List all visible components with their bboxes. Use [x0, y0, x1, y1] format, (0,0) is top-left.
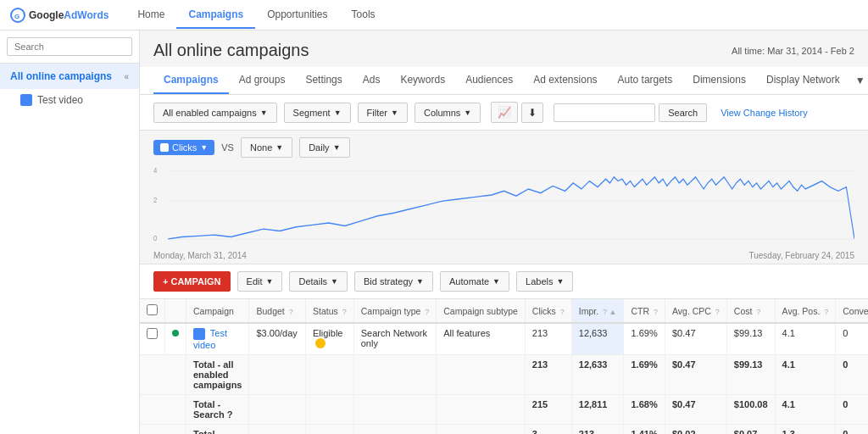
toolbar-search: Search — [554, 103, 707, 122]
tab-audiences[interactable]: Audiences — [455, 67, 523, 94]
eligible-icon — [315, 338, 326, 348]
nav-home[interactable]: Home — [125, 2, 176, 29]
row-campaign-cell: Test video — [186, 323, 249, 355]
row-clicks-cell: 213 — [525, 323, 571, 355]
row-cost-cell: $99.13 — [726, 323, 775, 355]
edit-btn[interactable]: Edit ▼ — [237, 271, 283, 292]
dropdown-arrow: ▼ — [556, 277, 564, 286]
tab-ad-groups[interactable]: Ad groups — [229, 67, 296, 94]
labels-btn[interactable]: Labels ▼ — [516, 271, 573, 292]
dropdown-arrow: ▼ — [331, 277, 338, 286]
row-status-cell: Eligible — [306, 323, 354, 355]
video-icon — [20, 94, 32, 106]
dropdown-arrow: ▼ — [464, 108, 471, 117]
sidebar-search-container — [0, 31, 139, 64]
tabs-bar: Campaigns Ad groups Settings Ads Keyword… — [140, 67, 868, 95]
sidebar-item-all-campaigns[interactable]: All online campaigns « — [0, 64, 139, 89]
dropdown-arrow: ▼ — [260, 108, 268, 117]
dropdown-arrow: ▼ — [416, 277, 424, 286]
bid-strategy-btn[interactable]: Bid strategy ▼ — [354, 271, 433, 292]
vs-label: VS — [221, 142, 234, 153]
header-campaign-type: Campaign type ? — [353, 299, 437, 323]
tab-ads[interactable]: Ads — [353, 67, 391, 94]
header-converted-clicks: Converted clicks ? — [836, 299, 868, 323]
tab-auto-targets[interactable]: Auto targets — [608, 67, 683, 94]
header-cost: Cost ? — [726, 299, 775, 323]
campaign-icon — [193, 328, 205, 340]
main-content: All online campaigns All time: Mar 31, 2… — [140, 31, 868, 434]
tab-ad-extensions[interactable]: Ad extensions — [523, 67, 607, 94]
all-enabled-campaigns-btn[interactable]: All enabled campaigns ▼ — [153, 103, 277, 123]
sidebar-item-test-video[interactable]: Test video — [0, 89, 139, 111]
table-search-input[interactable] — [554, 103, 655, 122]
search-button[interactable]: Search — [659, 103, 707, 122]
row-impr-cell: 12,633 — [571, 323, 624, 355]
nav-campaigns[interactable]: Campaigns — [176, 2, 255, 29]
header-impr: Impr. ? ▲ — [571, 299, 624, 323]
chart-area: 4 2 0 — [140, 158, 868, 251]
details-btn[interactable]: Details ▼ — [289, 271, 348, 292]
tab-settings[interactable]: Settings — [295, 67, 352, 94]
tab-keywords[interactable]: Keywords — [390, 67, 455, 94]
row-avg-cpc-cell: $0.47 — [665, 323, 726, 355]
main-header: All online campaigns All time: Mar 31, 2… — [140, 31, 868, 67]
header-ctr: CTR ? — [624, 299, 665, 323]
tab-more-icon[interactable]: ▼ — [850, 68, 868, 93]
add-campaign-button[interactable]: + CAMPAIGN — [153, 271, 231, 292]
dropdown-arrow: ▼ — [333, 143, 341, 152]
total-row-1: Total - Search ? 215 12,811 1.68% $0.47 … — [140, 395, 868, 425]
table-row: Test video $3.00/day Eligible Search Net… — [140, 323, 868, 355]
row-subtype-cell: All features — [437, 323, 526, 355]
top-navigation: G Google AdWords Home Campaigns Opportun… — [0, 0, 868, 31]
download-icon-btn[interactable]: ⬇ — [521, 103, 543, 123]
svg-text:0: 0 — [153, 233, 157, 242]
dropdown-arrow: ▼ — [275, 143, 283, 152]
dropdown-arrow: ▼ — [492, 277, 500, 286]
nav-tools[interactable]: Tools — [340, 2, 387, 29]
tab-campaigns[interactable]: Campaigns — [153, 67, 229, 94]
svg-text:G: G — [14, 13, 19, 20]
header-avg-pos: Avg. Pos. ? — [775, 299, 836, 323]
dropdown-arrow: ▼ — [200, 143, 208, 152]
row-budget-cell: $3.00/day — [249, 323, 306, 355]
total-label-1: Total - Search ? — [186, 395, 249, 425]
columns-btn[interactable]: Columns ▼ — [415, 103, 481, 123]
svg-text:4: 4 — [153, 165, 157, 175]
row-checkbox[interactable] — [147, 328, 158, 339]
dropdown-arrow: ▼ — [334, 108, 342, 117]
segment-btn[interactable]: Segment ▼ — [284, 103, 351, 123]
header-clicks: Clicks ? — [525, 299, 571, 323]
nav-items: Home Campaigns Opportunities Tools — [125, 2, 387, 29]
row-avg-pos-cell: 4.1 — [775, 323, 836, 355]
compare-metric-btn[interactable]: None ▼ — [241, 137, 292, 158]
chart-controls: Clicks ▼ VS None ▼ Daily ▼ — [140, 131, 868, 158]
header-campaign-subtype: Campaign subtype — [437, 299, 526, 323]
page-title: All online campaigns — [153, 41, 309, 60]
header-budget: Budget ? — [249, 299, 306, 323]
search-input[interactable] — [7, 37, 132, 56]
row-ctr-cell: 1.69% — [624, 323, 665, 355]
svg-text:2: 2 — [153, 196, 157, 205]
sidebar: All online campaigns « Test video — [0, 31, 140, 434]
filter-btn[interactable]: Filter ▼ — [358, 103, 408, 123]
line-chart: 4 2 0 — [153, 161, 854, 251]
nav-opportunities[interactable]: Opportunities — [255, 2, 339, 29]
select-all-checkbox[interactable] — [147, 304, 158, 315]
metric-color-swatch — [160, 143, 169, 152]
campaigns-table: Campaign Budget ? Status ? Campaign type… — [140, 299, 868, 434]
tab-display-network[interactable]: Display Network — [756, 67, 850, 94]
dropdown-arrow: ▼ — [266, 277, 274, 286]
automate-btn[interactable]: Automate ▼ — [440, 271, 509, 292]
tab-dimensions[interactable]: Dimensions — [682, 67, 756, 94]
view-change-history-link[interactable]: View Change History — [721, 108, 808, 118]
toolbar: All enabled campaigns ▼ Segment ▼ Filter… — [140, 95, 868, 131]
header-campaign: Campaign — [186, 299, 249, 323]
period-btn[interactable]: Daily ▼ — [299, 137, 349, 158]
table-header-row: Campaign Budget ? Status ? Campaign type… — [140, 299, 868, 323]
total-label-0: Total - all enabled campaigns — [186, 355, 249, 395]
campaigns-table-container: Campaign Budget ? Status ? Campaign type… — [140, 299, 868, 434]
collapse-icon: « — [124, 72, 129, 81]
chart-icon-btn[interactable]: 📈 — [491, 102, 518, 123]
clicks-metric-btn[interactable]: Clicks ▼ — [153, 140, 214, 155]
table-toolbar: + CAMPAIGN Edit ▼ Details ▼ Bid strategy… — [140, 264, 868, 299]
